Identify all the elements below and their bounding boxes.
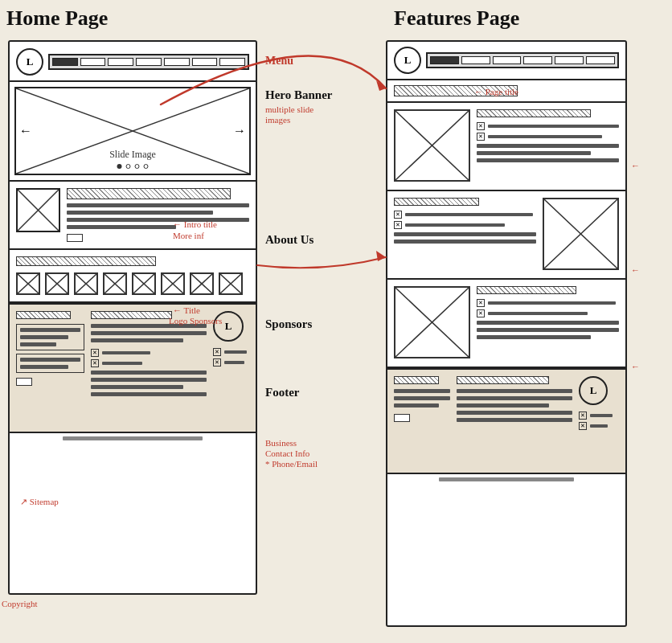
features-section-1: ✕ ✕ [387,103,625,191]
home-page-title: Home Page [6,6,108,31]
intro-title-annotation: ← Intro title [173,219,217,229]
sponsors-label: Sponsors [265,317,312,331]
copyright-annotation: Copyright [2,599,38,608]
features-page-title: Features Page [394,6,519,31]
svg-marker-27 [376,251,386,261]
about-us-section [10,182,256,250]
slide-annotation: multiple slide [265,104,313,114]
features-section-3: ✕ ✕ [387,280,625,368]
menu-annotation: Menu [265,55,293,68]
about-us-label: About Us [265,233,313,247]
hero-section: ← → Slide Image [10,82,256,182]
svg-marker-26 [376,80,386,91]
business-annotation: Business [265,438,297,448]
features-annotation-2: ← [631,265,640,275]
sponsors-logo-annotation: Logo Sponsors [169,316,222,326]
slide-annotation2: images [265,115,290,125]
features-footer: L ✕ ✕ [387,368,625,473]
features-page-wireframe: L [386,40,627,627]
contact-annotation: Contact Info [265,448,309,458]
features-section-2: ✕ ✕ [387,191,625,280]
page-title-annotation: ← Page title [474,87,518,96]
features-annotation-1: ← [631,161,640,170]
sponsors-section [10,250,256,303]
features-annotation-3: ← [631,362,640,371]
more-info-annotation: More inf [173,231,204,240]
features-logo: L [394,47,421,74]
slide-image-label: Slide Image [109,149,156,161]
hero-banner-annotation: Hero Banner [265,88,332,102]
home-logo: L [16,48,43,76]
sponsors-title-annotation: ← Title [173,305,200,315]
sitemap-annotation: ↗ Sitemap [20,497,59,507]
phone-annotation: * Phone/Email [265,459,318,469]
footer-label: Footer [265,386,299,399]
